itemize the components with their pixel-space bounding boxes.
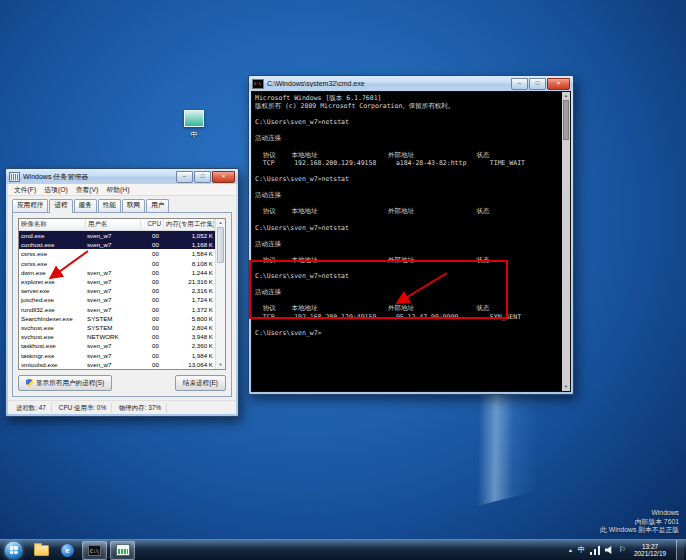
taskmgr-minimize-button[interactable]: – (176, 171, 193, 183)
taskbar-cmd-button[interactable]: C:\ (82, 541, 107, 560)
process-row[interactable]: explorer.exe sven_w7 00 21,316 K (19, 277, 215, 286)
process-row[interactable]: dwm.exe sven_w7 00 1,244 K (19, 268, 215, 277)
cell-memory: 1,168 K (161, 241, 215, 248)
menu-item[interactable]: 帮助(H) (103, 185, 132, 195)
cmd-maximize-button[interactable]: □ (529, 78, 546, 90)
process-row[interactable]: SearchIndexer.exe SYSTEM 00 5,800 K (19, 314, 215, 323)
watermark-line: 此 Windows 副本不是正版 (600, 526, 679, 535)
cell-user-name: sven_w7 (85, 306, 139, 313)
speaker-icon[interactable] (605, 546, 614, 554)
processes-tabpage: 映像名称 用户名 CPU 内存(专用工作集) cmd.exe sven_w7 (12, 212, 232, 397)
desktop-icon[interactable]: 中 (176, 110, 212, 140)
cell-image-name: jusched.exe (19, 296, 85, 303)
process-row[interactable]: cmd.exe sven_w7 00 1,052 K (19, 231, 215, 240)
taskmgr-close-button[interactable]: × (212, 171, 235, 183)
taskmgr-tab[interactable]: 联网 (122, 199, 145, 212)
taskmgr-client: 文件(F)选项(O)查看(V)帮助(H) 应用程序进程服务性能联网用户 映像名称… (8, 184, 236, 414)
column-user-name[interactable]: 用户名 (86, 219, 141, 230)
process-row[interactable]: svchost.exe NETWORK 00 3,948 K (19, 332, 215, 341)
scroll-up-icon[interactable]: ▲ (216, 219, 225, 227)
process-row[interactable]: csrss.exe 00 1,584 K (19, 249, 215, 258)
process-row[interactable]: svchost.exe SYSTEM 00 2,804 K (19, 323, 215, 332)
taskmgr-statusbar: 进程数: 47CPU 使用率: 0%物理内存: 37% (8, 400, 236, 414)
show-hidden-icons-button[interactable]: ▲ (568, 547, 573, 553)
cmd-minimize-button[interactable]: – (511, 78, 528, 90)
scroll-down-icon[interactable]: ▼ (562, 383, 570, 391)
start-button[interactable] (5, 542, 22, 559)
taskbar-explorer-button[interactable] (30, 542, 53, 559)
process-row[interactable]: csrss.exe 00 8,108 K (19, 259, 215, 268)
scroll-up-icon[interactable]: ▲ (562, 92, 570, 100)
cell-cpu: 00 (139, 324, 161, 331)
cell-cpu: 00 (139, 260, 161, 267)
show-all-processes-button[interactable]: 显示所有用户的进程(S) (18, 375, 112, 391)
process-list-scrollbar[interactable]: ▲ ▼ (215, 219, 225, 369)
taskmgr-tab[interactable]: 进程 (49, 199, 72, 213)
cell-memory: 8,108 K (161, 260, 215, 267)
cell-cpu: 00 (139, 269, 161, 276)
process-row[interactable]: server.exe sven_w7 00 2,316 K (19, 286, 215, 295)
cell-image-name: conhost.exe (19, 241, 85, 248)
tray-clock[interactable]: 13:27 2021/12/19 (631, 543, 669, 558)
folder-icon (34, 545, 49, 556)
scrollbar-thumb[interactable] (217, 227, 224, 263)
action-center-flag-icon[interactable]: ⚐ (619, 546, 626, 554)
cell-image-name: taskhost.exe (19, 342, 85, 349)
menu-item[interactable]: 文件(F) (11, 185, 39, 195)
watermark-line: Windows (600, 509, 679, 518)
column-memory[interactable]: 内存(专用工作集) (164, 219, 215, 230)
cell-image-name: dwm.exe (19, 269, 85, 276)
end-process-button[interactable]: 结束进程(E) (175, 375, 226, 391)
taskmgr-tab[interactable]: 应用程序 (12, 199, 48, 212)
cell-cpu: 00 (139, 232, 161, 239)
taskmgr-tab[interactable]: 用户 (146, 199, 169, 212)
cell-image-name: csrss.exe (19, 250, 85, 257)
taskmgr-maximize-button[interactable]: □ (194, 171, 211, 183)
cell-image-name: svchost.exe (19, 333, 85, 340)
cmd-terminal[interactable]: Microsoft Windows [版本 6.1.7601] 版权所有 (c)… (252, 92, 562, 391)
process-row[interactable]: vmtoolsd.exe sven_w7 00 13,064 K (19, 360, 215, 369)
show-desktop-button[interactable] (676, 540, 684, 560)
cell-memory: 1,372 K (161, 306, 215, 313)
desktop-icon-label: 中 (176, 130, 212, 140)
taskmgr-tab[interactable]: 性能 (98, 199, 121, 212)
process-row[interactable]: taskhost.exe sven_w7 00 2,360 K (19, 341, 215, 350)
cell-cpu: 00 (139, 333, 161, 340)
cell-user-name: NETWORK (85, 333, 139, 340)
process-list: 映像名称 用户名 CPU 内存(专用工作集) cmd.exe sven_w7 (18, 218, 226, 370)
process-row[interactable]: taskmgr.exe sven_w7 00 1,984 K (19, 350, 215, 359)
scrollbar-thumb[interactable] (563, 100, 569, 140)
process-row[interactable]: jusched.exe sven_w7 00 1,724 K (19, 295, 215, 304)
cell-memory: 1,724 K (161, 296, 215, 303)
taskmgr-tab[interactable]: 服务 (74, 199, 97, 212)
process-list-header: 映像名称 用户名 CPU 内存(专用工作集) (19, 219, 215, 231)
cell-user-name: SYSTEM (85, 315, 139, 322)
cell-cpu: 00 (139, 342, 161, 349)
cell-cpu: 00 (139, 278, 161, 285)
cell-user-name: sven_w7 (85, 269, 139, 276)
taskmgr-title: Windows 任务管理器 (23, 172, 176, 182)
process-row[interactable]: rundll32.exe sven_w7 00 1,372 K (19, 305, 215, 314)
column-image-name[interactable]: 映像名称 (19, 219, 86, 230)
menu-item[interactable]: 选项(O) (41, 185, 70, 195)
taskbar-ie-button[interactable]: e (56, 542, 79, 559)
cmd-close-button[interactable]: × (547, 78, 570, 90)
taskmgr-titlebar[interactable]: Windows 任务管理器 – □ × (6, 169, 238, 184)
cell-memory: 1,052 K (161, 232, 215, 239)
cmd-scrollbar[interactable]: ▲ ▼ (562, 92, 570, 391)
cmd-titlebar[interactable]: C:\ C:\Windows\system32\cmd.exe – □ × (249, 76, 573, 91)
column-cpu[interactable]: CPU (141, 219, 164, 230)
process-row[interactable]: conhost.exe sven_w7 00 1,168 K (19, 240, 215, 249)
input-method-indicator[interactable]: 中 (578, 545, 585, 555)
cell-memory: 1,584 K (161, 250, 215, 257)
cell-user-name: sven_w7 (85, 352, 139, 359)
cell-user-name: sven_w7 (85, 361, 139, 368)
cell-user-name: sven_w7 (85, 241, 139, 248)
taskmgr-icon (116, 544, 130, 556)
scroll-down-icon[interactable]: ▼ (216, 361, 225, 369)
taskbar-taskmgr-button[interactable] (110, 541, 135, 560)
cell-cpu: 00 (139, 296, 161, 303)
network-icon[interactable] (590, 546, 600, 555)
cmd-window: C:\ C:\Windows\system32\cmd.exe – □ × Mi… (248, 75, 574, 395)
menu-item[interactable]: 查看(V) (73, 185, 102, 195)
